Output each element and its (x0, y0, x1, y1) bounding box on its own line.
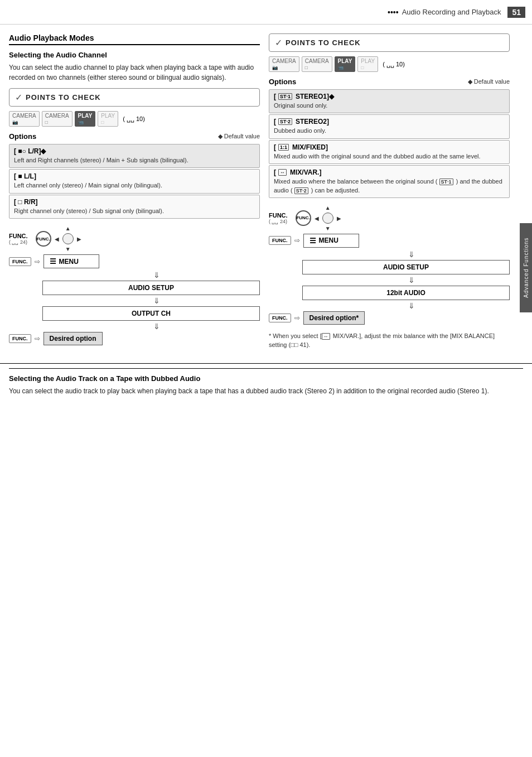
right-menu-label: MENU (319, 237, 338, 244)
left-options-header: Options ◆ Default value (9, 132, 260, 141)
st2-ref: ST·2 (294, 187, 308, 194)
left-menu-box: ☰ MENU (43, 254, 99, 268)
right-menu-box: ☰ MENU (303, 234, 359, 248)
left-dpad: ▲ ▼ ◀ ▶ (55, 225, 81, 252)
left-func-circle-label: FUNC. (36, 237, 50, 242)
left-options-label: Options (9, 132, 36, 141)
left-option-ll: [ ■ L/L] Left channel only (stereo) / Ma… (9, 169, 260, 193)
left-menu-label: MENU (59, 258, 79, 266)
mixvar-badge: ↔ (278, 169, 287, 176)
right-func-circle: FUNC. (296, 210, 311, 226)
right-icons-row: CAMERA📷 CAMERA□ PLAY📹 PLAY□ ( ␣␣ 10) (269, 56, 510, 72)
left-option-ll-desc: Left channel only (stereo) / Main signal… (14, 181, 255, 190)
right-func-ref: ( ␣␣ 24) (269, 219, 288, 224)
header-dots: •••• (388, 8, 399, 17)
st1-badge: ST·1 (278, 93, 292, 100)
right-desired-option-box: Desired option* (303, 311, 365, 325)
right-desired-row: FUNC. ⇨ Desired option* (269, 311, 510, 325)
right-camera-icon-2: CAMERA□ (302, 56, 332, 72)
left-func-small-btn: FUNC. (9, 257, 31, 266)
right-checkmark-icon: ✓ (275, 37, 282, 48)
play-icon-outline: PLAY□ (98, 111, 118, 127)
right-desired-func-btn: FUNC. (269, 314, 291, 322)
right-default-value: ◆ Default value (468, 78, 510, 85)
right-func-small-btn: FUNC. (269, 236, 291, 245)
dpad-center (62, 233, 74, 244)
right-ref-link: ( ␣␣ 10) (383, 61, 405, 68)
left-option-rr-desc: Right channel only (stereo) / Sub signal… (14, 207, 255, 215)
dpad-left-icon: ◀ (55, 236, 59, 242)
dpad-up-icon: ▲ (65, 225, 71, 232)
right-dpad-down-icon: ▼ (325, 225, 331, 232)
right-option-mixfixed-label: [ 1:1 MIX/FIXED] (274, 143, 505, 151)
left-audio-setup-box: AUDIO SETUP (42, 281, 260, 295)
right-option-mixfixed-desc: Mixed audio with the original sound and … (274, 152, 505, 161)
left-body-text: You can select the audio channel to play… (9, 62, 260, 83)
bottom-section: Selecting the Audio Track on a Tape with… (0, 363, 532, 411)
right-points-box: ✓ POINTS TO CHECK (269, 33, 510, 52)
right-func-row-main: FUNC. ( ␣␣ 24) FUNC. ▲ ▼ ◀ ▶ (269, 205, 510, 232)
left-section-title: Audio Playback Modes (9, 33, 260, 45)
right-option-mixvar-desc: Mixed audio where the balance between th… (274, 177, 505, 195)
right-option-stereo1-label: [ ST·1 STEREO1]◆ (274, 93, 505, 100)
side-tab-advanced-functions: Advanced Functions (520, 223, 532, 312)
left-option-lr: [ ■○ L/R]◆ Left and Right channels (ster… (9, 144, 260, 168)
right-menu-row: FUNC. ⇨ ☰ MENU (269, 234, 510, 248)
play-icon-filled: PLAY📹 (75, 111, 96, 127)
right-func-circle-label: FUNC. (296, 215, 309, 220)
left-desired-row: FUNC. ⇨ Desired option (9, 332, 260, 345)
right-func-diagram: FUNC. ( ␣␣ 24) FUNC. ▲ ▼ ◀ ▶ FUNC. (269, 205, 510, 325)
right-option-stereo1-desc: Original sound only. (274, 102, 505, 110)
checkmark-icon: ✓ (15, 92, 22, 103)
left-sub-title: Selecting the Audio Channel (9, 51, 260, 59)
st1-ref: ST·1 (439, 179, 453, 185)
left-func-btn: FUNC. (9, 233, 28, 239)
left-desired-option-box: Desired option (43, 332, 103, 345)
left-option-ll-label: [ ■ L/L] (14, 172, 255, 180)
left-points-label: POINTS TO CHECK (26, 93, 101, 102)
left-menu-icon: ☰ (50, 257, 56, 266)
right-play-icon-filled: PLAY📹 (335, 56, 356, 72)
camera-icon-1: CAMERA📷 (9, 111, 40, 127)
right-dpad-right-icon: ▶ (337, 215, 341, 221)
dpad-right-icon: ▶ (77, 236, 81, 242)
left-audio-setup-row: AUDIO SETUP (26, 281, 260, 295)
right-option-mixvar: [ ↔ MIX/VAR.] Mixed audio where the bala… (269, 165, 510, 198)
left-default-value: ◆ Default value (218, 133, 260, 140)
right-down-arrow-2: ⇓ (313, 276, 510, 285)
right-option-mixfixed: [ 1:1 MIX/FIXED] Mixed audio with the or… (269, 140, 510, 164)
left-icons-row: CAMERA📷 CAMERA□ PLAY📹 PLAY□ ( ␣␣ 10) (9, 111, 260, 127)
right-options-header: Options ◆ Default value (269, 78, 510, 86)
left-desired-arrow: ⇨ (35, 335, 40, 343)
right-func-button-visual: FUNC. (296, 210, 311, 226)
right-option-stereo2-desc: Dubbed audio only. (274, 127, 505, 135)
right-dpad-up-icon: ▲ (325, 205, 331, 211)
main-layout: Audio Playback Modes Selecting the Audio… (0, 25, 532, 361)
right-option-stereo2: [ ST·2 STEREO2] Dubbed audio only. (269, 114, 510, 138)
left-func-row-main: FUNC. ( ␣␣ 24) FUNC. ▲ ▼ ◀ ▶ (9, 225, 260, 252)
bottom-title: Selecting the Audio Track on a Tape with… (9, 374, 523, 383)
left-func-button-visual: FUNC. (36, 231, 51, 247)
left-column: Audio Playback Modes Selecting the Audio… (9, 33, 260, 352)
left-func-diagram: FUNC. ( ␣␣ 24) FUNC. ▲ ▼ ◀ ▶ FUNC. (9, 225, 260, 345)
left-points-box: ✓ POINTS TO CHECK (9, 88, 260, 107)
right-dpad: ▲ ▼ ◀ ▶ (315, 205, 341, 232)
right-option-mixvar-label: [ ↔ MIX/VAR.] (274, 168, 505, 176)
left-output-ch-box: OUTPUT CH (42, 306, 260, 321)
right-desired-arrow: ⇨ (294, 314, 300, 322)
st2-badge: ST·2 (278, 118, 292, 125)
left-func-ref: ( ␣␣ 24) (9, 239, 28, 245)
left-down-arrow-3: ⇓ (54, 322, 260, 331)
left-output-ch-row: OUTPUT CH (26, 306, 260, 321)
left-down-arrow-2: ⇓ (54, 296, 260, 305)
header-title: Audio Recording and Playback (402, 8, 501, 16)
mixvar-footnote-badge: ↔ (322, 333, 330, 340)
right-down-arrow-3: ⇓ (313, 301, 510, 310)
left-func-circle: FUNC. (36, 231, 51, 247)
left-option-rr: [ □ R/R] Right channel only (stereo) / S… (9, 195, 260, 219)
left-ref-link: ( ␣␣ 10) (123, 115, 145, 123)
left-option-lr-label: [ ■○ L/R]◆ (14, 147, 255, 155)
right-12bit-box: 12bit AUDIO (302, 286, 510, 300)
right-dpad-center (322, 213, 333, 224)
page-number: 51 (507, 7, 525, 18)
